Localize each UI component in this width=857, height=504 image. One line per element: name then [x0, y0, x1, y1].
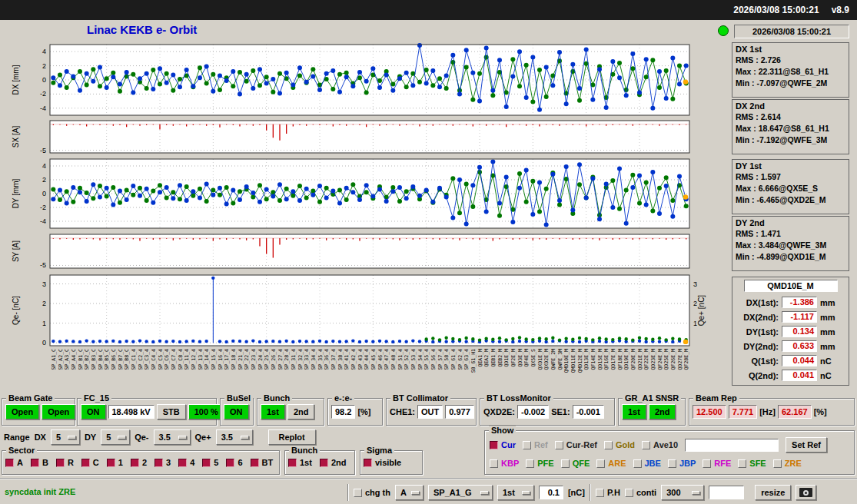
- svg-text:QWFE_2M: QWFE_2M: [550, 349, 556, 370]
- fc15-on-button[interactable]: ON: [81, 404, 106, 419]
- threshold-input[interactable]: 0.1: [539, 486, 563, 499]
- show-toggle-are[interactable]: ARE: [596, 459, 626, 468]
- bunch-1st-button[interactable]: 1st: [261, 404, 285, 419]
- svg-text:SX [A]: SX [A]: [12, 126, 20, 148]
- toggle-label: 6: [238, 458, 242, 467]
- show-toggle-pfe[interactable]: PFE: [526, 459, 553, 468]
- svg-text:SP_35_4: SP_35_4: [317, 349, 324, 370]
- svg-text:SP_57_4: SP_57_4: [437, 349, 443, 370]
- busel-on-button[interactable]: ON: [224, 404, 249, 419]
- device-select[interactable]: SP_A1_G: [428, 485, 493, 500]
- toggle-label: 3: [166, 458, 171, 467]
- resize-button[interactable]: resize: [755, 485, 791, 500]
- svg-text:2: 2: [42, 62, 46, 70]
- fc15-percent-button[interactable]: 100 %: [188, 404, 224, 419]
- ref-name-input[interactable]: [685, 439, 779, 452]
- qmd-row: DX(1st):-1.386mm: [736, 295, 845, 310]
- svg-text:SP_21_4: SP_21_4: [238, 349, 244, 370]
- bunch-2nd-button[interactable]: 2nd: [287, 404, 315, 419]
- show-toggle-rfe[interactable]: RFE: [703, 459, 731, 468]
- qmd-row: DY(2nd):0.633mm: [736, 339, 845, 353]
- toggle-label: ZRE: [785, 459, 802, 468]
- sector-toggle-r[interactable]: R: [56, 458, 74, 467]
- camera-button[interactable]: [796, 485, 816, 500]
- bunch-toggle-2nd[interactable]: 2nd: [320, 458, 347, 467]
- option-menu-bar-icon: [692, 491, 700, 495]
- sector-toggle-1[interactable]: 1: [107, 458, 123, 467]
- sector-group-select[interactable]: A: [395, 485, 424, 500]
- svg-text:SP_55_4: SP_55_4: [424, 349, 430, 370]
- show-toggle-ref[interactable]: Ref: [523, 440, 548, 449]
- titlebar: 2026/03/08 15:00:21 v8.9: [0, 0, 857, 20]
- checkbox-indicator: [226, 459, 234, 467]
- bunch-select[interactable]: 1st: [497, 485, 534, 500]
- stats-rms: RMS : 2.726: [736, 55, 845, 66]
- option-menu-bar-icon: [522, 491, 530, 495]
- svg-text:DY [mm]: DY [mm]: [12, 178, 20, 208]
- sector-toggle-3[interactable]: 3: [154, 458, 171, 467]
- show-toggle-cur[interactable]: Cur: [490, 440, 516, 449]
- svg-text:SP_52_4: SP_52_4: [404, 349, 410, 370]
- show-toggle-qfe[interactable]: QFE: [561, 459, 590, 468]
- qmd-unit: mm: [820, 298, 835, 307]
- svg-text:Qe- [nC]: Qe- [nC]: [12, 296, 20, 325]
- titlebar-datetime: 2026/03/08 15:00:21: [733, 5, 819, 15]
- interval-select[interactable]: 300: [661, 485, 704, 500]
- sector-toggle-c[interactable]: C: [81, 458, 99, 467]
- sector-toggle-4[interactable]: 4: [178, 458, 194, 467]
- show-toggle-kbp[interactable]: KBP: [490, 459, 519, 468]
- sector-toggle-a[interactable]: A: [5, 458, 23, 467]
- show-toggle-jbp[interactable]: JBP: [668, 459, 696, 468]
- svg-text:4: 4: [42, 162, 46, 170]
- fc15-kv-value: 18.498 kV: [108, 405, 154, 419]
- show-toggle-zre[interactable]: ZRE: [773, 459, 802, 468]
- beam-gate-open-button-2[interactable]: Open: [42, 404, 75, 419]
- checkbox-indicator: [131, 459, 139, 467]
- set-ref-button[interactable]: Set Ref: [786, 437, 827, 453]
- panel-title: Show: [489, 426, 516, 436]
- sector-toggle-6[interactable]: 6: [226, 458, 242, 467]
- sector-toggle-5[interactable]: 5: [202, 458, 218, 467]
- ph-togg1e[interactable]: P.H: [596, 488, 620, 497]
- chg-th-toggle[interactable]: chg th: [354, 488, 390, 497]
- bottom-controls: chg th A SP_A1_G 1st 0.1 [nC] P.H conti …: [347, 484, 816, 501]
- show-toggle-cur-ref[interactable]: Cur-Ref: [555, 440, 597, 449]
- toggle-label: SFE: [749, 459, 766, 468]
- sector-toggle-bt[interactable]: BT: [251, 458, 274, 467]
- toggle-label: BT: [262, 458, 274, 467]
- conti-toggle[interactable]: conti: [625, 488, 656, 497]
- replot-button[interactable]: Replot: [268, 429, 316, 445]
- panel-gr-snsr: GR_A1 SNSR 1st 2nd: [618, 398, 686, 426]
- gr-snsr-2nd-button[interactable]: 2nd: [649, 404, 676, 419]
- range-qe-minus-select[interactable]: 3.5: [154, 429, 191, 445]
- range-dy-select[interactable]: 5: [101, 429, 130, 445]
- range-qe-plus-select[interactable]: 3.5: [216, 429, 253, 445]
- gr-snsr-1st-button[interactable]: 1st: [622, 404, 646, 419]
- qmd-unit: mm: [820, 342, 835, 351]
- show-toggle-sfe[interactable]: SFE: [738, 459, 766, 468]
- sector-toggle-2[interactable]: 2: [131, 458, 147, 467]
- bunch-toggle-1st[interactable]: 1st: [288, 458, 312, 467]
- checkbox-indicator: [642, 441, 650, 449]
- panel-bt-lossmonitor: BT LossMonitor QXD2E: -0.002 SE1: -0.001: [480, 398, 615, 426]
- svg-text:SP_61_4: SP_61_4: [450, 349, 457, 370]
- sector-toggle-b[interactable]: B: [31, 458, 48, 467]
- sigma-toggle-visible[interactable]: visible: [364, 458, 401, 467]
- qmd-label: Q(1st):: [736, 356, 779, 366]
- stats-rms: RMS : 1.597: [736, 171, 845, 183]
- svg-text:QEB1_M: QEB1_M: [490, 349, 497, 367]
- beam-rep-value-1: 12.500: [693, 405, 726, 419]
- svg-text:QF4E_M: QF4E_M: [523, 349, 530, 367]
- checkbox-indicator: [354, 489, 362, 497]
- beam-gate-open-button-1[interactable]: Open: [5, 404, 39, 419]
- range-dx-select[interactable]: 5: [51, 429, 80, 445]
- svg-text:SP_32_4: SP_32_4: [297, 349, 304, 370]
- toggle-label: JBE: [645, 459, 661, 468]
- toggle-label: 2nd: [331, 458, 347, 467]
- fc15-stb-button[interactable]: STB: [157, 404, 186, 419]
- show-toggle-ave10[interactable]: Ave10: [642, 440, 678, 449]
- show-toggle-jbe[interactable]: JBE: [633, 459, 661, 468]
- show-toggle-gold[interactable]: Gold: [604, 440, 635, 449]
- stats-max: Max : 22.311@S8_61_H1: [736, 66, 845, 78]
- extra-input[interactable]: [709, 486, 744, 499]
